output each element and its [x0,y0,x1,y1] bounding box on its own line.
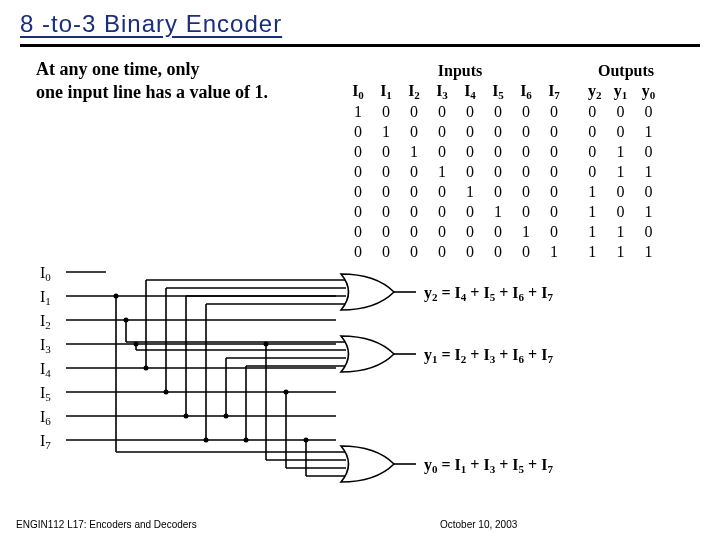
cell: 0 [400,182,428,202]
col-header: y0 [635,80,663,102]
cell: 0 [540,102,569,122]
col-header: y2 [569,80,607,102]
circuit-svg [36,260,666,490]
cell: 1 [569,202,607,222]
cell: 0 [635,182,663,202]
cell: 0 [400,242,428,262]
cell: 1 [428,162,456,182]
cell: 0 [400,102,428,122]
cell: 0 [607,202,635,222]
cell: 0 [344,202,372,222]
cell: 0 [428,142,456,162]
input-label: I0 [40,264,51,282]
table-row: 00100000010 [344,142,663,162]
cell: 0 [484,182,512,202]
description-line1: At any one time, only [36,58,268,81]
cell: 0 [428,242,456,262]
col-header: I3 [428,80,456,102]
cell: 1 [607,162,635,182]
cell: 0 [456,102,484,122]
cell: 0 [456,142,484,162]
table-row: 00000001111 [344,242,663,262]
cell: 0 [484,162,512,182]
truth-table-grid: I0I1I2I3I4I5I6I7y2y1y0 10000000000010000… [344,80,663,262]
cell: 0 [569,122,607,142]
cell: 0 [372,222,400,242]
equation-y2: y2 = I4 + I5 + I6 + I7 [424,284,553,302]
cell: 0 [484,222,512,242]
table-row: 01000000001 [344,122,663,142]
truth-table: Inputs Outputs I0I1I2I3I4I5I6I7y2y1y0 10… [344,62,676,262]
cell: 0 [344,222,372,242]
cell: 0 [344,242,372,262]
cell: 0 [635,142,663,162]
footer-right: October 10, 2003 [440,519,517,530]
col-header: I6 [512,80,540,102]
cell: 0 [456,222,484,242]
title-rule [20,44,700,47]
cell: 0 [607,182,635,202]
cell: 0 [484,122,512,142]
svg-point-37 [134,342,139,347]
cell: 0 [428,222,456,242]
svg-point-39 [244,438,249,443]
cell: 0 [512,102,540,122]
circuit-diagram: I0I1I2I3I4I5I6I7 y2 = I4 + I5 + I6 + I7 … [36,260,666,490]
cell: 1 [372,122,400,142]
cell: 1 [484,202,512,222]
cell: 0 [428,182,456,202]
cell: 0 [344,142,372,162]
cell: 0 [400,122,428,142]
cell: 0 [344,182,372,202]
input-label: I5 [40,384,51,402]
equation-y1: y1 = I2 + I3 + I6 + I7 [424,346,553,364]
cell: 0 [607,122,635,142]
cell: 0 [372,182,400,202]
table-row: 00000100101 [344,202,663,222]
col-header: I1 [372,80,400,102]
svg-point-42 [284,390,289,395]
cell: 0 [428,122,456,142]
cell: 0 [400,202,428,222]
header-inputs: Inputs [344,62,576,80]
cell: 1 [635,122,663,142]
col-header: I4 [456,80,484,102]
table-row: 00000010110 [344,222,663,242]
input-label: I1 [40,288,51,306]
header-outputs: Outputs [576,62,676,80]
cell: 0 [512,122,540,142]
cell: 0 [344,162,372,182]
cell: 0 [512,182,540,202]
cell: 0 [540,162,569,182]
cell: 0 [540,142,569,162]
cell: 0 [607,102,635,122]
cell: 0 [344,122,372,142]
cell: 0 [484,242,512,262]
col-header: I0 [344,80,372,102]
input-label: I3 [40,336,51,354]
svg-point-36 [124,318,129,323]
table-row: 10000000000 [344,102,663,122]
table-row: 00001000100 [344,182,663,202]
cell: 0 [635,222,663,242]
equation-y0: y0 = I1 + I3 + I5 + I7 [424,456,553,474]
cell: 0 [635,102,663,122]
cell: 1 [400,142,428,162]
input-label: I6 [40,408,51,426]
table-group-headers: Inputs Outputs [344,62,676,80]
cell: 0 [484,102,512,122]
cell: 0 [456,162,484,182]
cell: 0 [540,122,569,142]
cell: 0 [372,202,400,222]
cell: 0 [512,242,540,262]
svg-point-43 [304,438,309,443]
input-label: I4 [40,360,51,378]
svg-point-32 [144,366,149,371]
table-row: 00010000011 [344,162,663,182]
cell: 0 [484,142,512,162]
cell: 0 [428,102,456,122]
cell: 0 [456,242,484,262]
cell: 0 [540,222,569,242]
cell: 0 [512,142,540,162]
cell: 1 [635,202,663,222]
